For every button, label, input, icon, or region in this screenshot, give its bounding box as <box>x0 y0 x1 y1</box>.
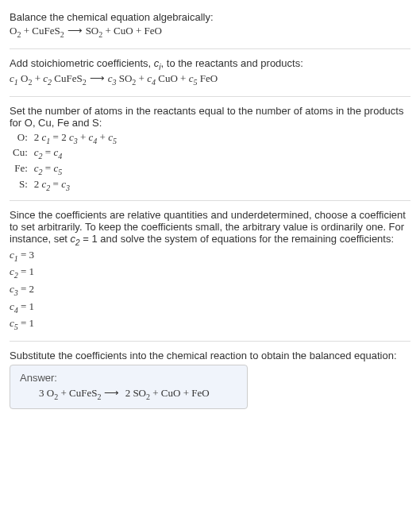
stoich-text: Add stoichiometric coefficients, ci, to … <box>10 57 410 71</box>
divider <box>10 341 410 342</box>
intro-section: Balance the chemical equation algebraica… <box>10 6 410 45</box>
atoms-table: O: 2 c1 = 2 c3 + c4 + c5 Cu: c2 = c4 Fe:… <box>10 130 120 192</box>
solution-c3: c3 = 2 <box>10 281 410 299</box>
species-CuO: CuO <box>114 25 133 37</box>
atoms-section: Set the number of atoms in the reactants… <box>10 100 410 197</box>
reaction-arrow-icon: ⟶ <box>64 25 86 37</box>
final-text: Substitute the coefficients into the che… <box>10 350 410 361</box>
table-row: Cu: c2 = c4 <box>10 145 120 161</box>
table-row: S: 2 c2 = c3 <box>10 177 120 193</box>
atoms-intro: Set the number of atoms in the reactants… <box>10 105 410 129</box>
species-CuFeS2: CuFeS <box>32 25 60 37</box>
text-part: , to the reactants and products: <box>161 57 303 69</box>
unbalanced-equation: O2 + CuFeS2⟶SO2 + CuO + FeO <box>10 23 410 41</box>
stoich-section: Add stoichiometric coefficients, ci, to … <box>10 52 410 93</box>
answer-box: Answer: 3 O2 + CuFeS2⟶ 2 SO2 + CuO + FeO <box>10 365 248 410</box>
atom-equation: 2 c1 = 2 c3 + c4 + c5 <box>31 130 120 146</box>
species-SO2: SO <box>86 25 99 37</box>
atom-equation: 2 c2 = c3 <box>31 177 120 193</box>
species-FeO: FeO <box>144 25 162 37</box>
reaction-arrow-icon: ⟶ <box>101 387 122 399</box>
coeff-ci: ci <box>154 57 161 69</box>
table-row: Fe: c2 = c5 <box>10 161 120 177</box>
sub-2: 2 <box>60 30 64 39</box>
divider <box>10 96 410 97</box>
species-SO2: SO <box>133 387 146 399</box>
choose-section: Since the coefficients are relative quan… <box>10 204 410 338</box>
coeff-c2: c2 <box>71 233 80 245</box>
species-CuO: CuO <box>161 387 181 399</box>
choose-text: Since the coefficients are relative quan… <box>10 209 410 247</box>
species-O2: O <box>21 72 28 84</box>
divider <box>10 200 410 201</box>
solution-c2: c2 = 1 <box>10 264 410 281</box>
coeff-c3: c3 <box>108 72 117 84</box>
coeff-c4: c4 <box>147 72 156 84</box>
reaction-arrow-icon: ⟶ <box>87 72 108 84</box>
intro-text: Balance the chemical equation algebraica… <box>10 11 410 23</box>
solution-c4: c4 = 1 <box>10 299 410 316</box>
species-FeO: FeO <box>200 72 218 84</box>
balanced-equation: 3 O2 + CuFeS2⟶ 2 SO2 + CuO + FeO <box>20 387 237 401</box>
solution-c1: c1 = 3 <box>10 247 410 265</box>
coeff-c1: c1 <box>10 72 18 84</box>
species-FeO: FeO <box>191 387 209 399</box>
element-label: S: <box>10 177 31 193</box>
species-O2: O <box>10 25 17 37</box>
answer-title: Answer: <box>20 372 237 384</box>
atom-equation: c2 = c5 <box>31 161 120 177</box>
plus: + <box>133 25 144 37</box>
species-SO2: SO <box>119 72 133 84</box>
final-section: Substitute the coefficients into the che… <box>10 345 410 415</box>
text-part: = 1 and solve the system of equations fo… <box>80 233 394 245</box>
table-row: O: 2 c1 = 2 c3 + c4 + c5 <box>10 130 120 146</box>
element-label: Cu: <box>10 145 31 161</box>
coeff-equation: c1 O2 + c2 CuFeS2⟶c3 SO2 + c4 CuO + c5 F… <box>10 71 410 88</box>
divider <box>10 48 410 49</box>
text-part: Add stoichiometric coefficients, <box>10 57 154 69</box>
species-CuFeS2: CuFeS <box>54 72 82 84</box>
coeff-c5: c5 <box>189 72 198 84</box>
plus: + <box>102 25 114 37</box>
solution-c5: c5 = 1 <box>10 315 410 333</box>
plus: + <box>21 25 32 37</box>
coeff-c2: c2 <box>43 72 52 84</box>
species-CuFeS2: CuFeS <box>69 387 97 399</box>
atom-equation: c2 = c4 <box>31 145 120 161</box>
species-CuO: CuO <box>158 72 178 84</box>
species-O2: O <box>47 387 54 399</box>
element-label: O: <box>10 130 31 146</box>
element-label: Fe: <box>10 161 31 177</box>
